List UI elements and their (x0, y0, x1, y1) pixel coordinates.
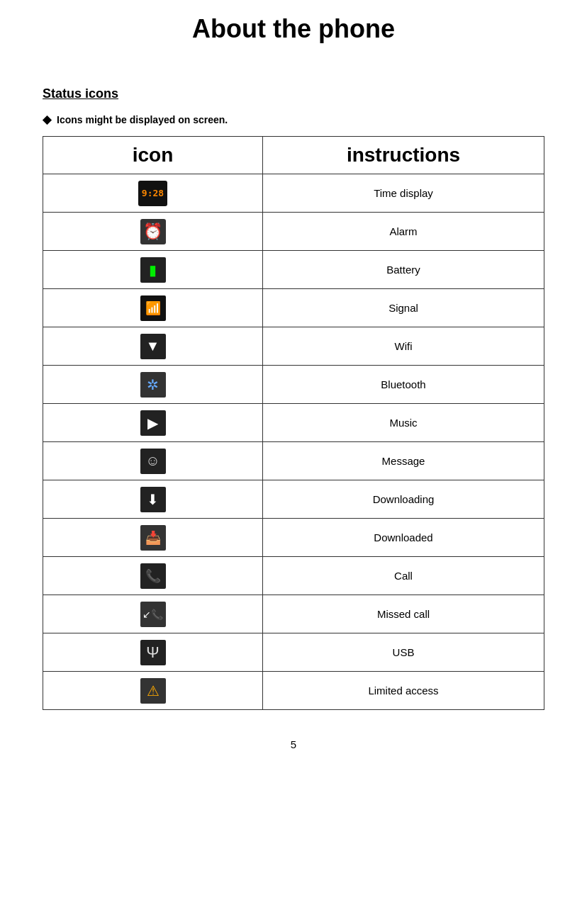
usb-icon: Ψ (43, 633, 263, 672)
table-row: ↙📞Missed call (43, 595, 544, 633)
instruction-cell: Wifi (263, 327, 544, 366)
col-icon-header: icon (43, 137, 263, 174)
table-row: 📶Signal (43, 289, 544, 327)
instruction-cell: Downloaded (263, 519, 544, 557)
col-instructions-header: instructions (263, 137, 544, 174)
downloaded-icon: 📥 (43, 519, 263, 557)
bluetooth-icon: ✲ (43, 366, 263, 404)
instruction-cell: Missed call (263, 595, 544, 633)
instruction-cell: Signal (263, 289, 544, 327)
table-row: 📥Downloaded (43, 519, 544, 557)
instruction-cell: USB (263, 633, 544, 672)
table-row: ⬇Downloading (43, 480, 544, 519)
table-row: ⏰Alarm (43, 213, 544, 251)
downloading-icon: ⬇ (43, 480, 263, 519)
wifi-icon: ▼ (43, 327, 263, 366)
table-row: ΨUSB (43, 633, 544, 672)
table-row: ⚠Limited access (43, 672, 544, 710)
battery-icon: ▮ (43, 251, 263, 289)
instruction-cell: Message (263, 442, 544, 480)
section-title: Status icons (43, 86, 544, 101)
table-row: ▶Music (43, 404, 544, 442)
instruction-cell: Alarm (263, 213, 544, 251)
page-number: 5 (43, 738, 544, 750)
time-icon: 9:28 (43, 174, 263, 213)
instruction-cell: Music (263, 404, 544, 442)
instruction-cell: Call (263, 557, 544, 595)
missedcall-icon: ↙📞 (43, 595, 263, 633)
diamond-icon: ◆ (43, 113, 51, 126)
instruction-cell: Bluetooth (263, 366, 544, 404)
table-row: 📞Call (43, 557, 544, 595)
table-row: ☺Message (43, 442, 544, 480)
table-row: 9:28Time display (43, 174, 544, 213)
instruction-cell: Battery (263, 251, 544, 289)
instruction-cell: Limited access (263, 672, 544, 710)
page-title: About the phone (43, 14, 544, 44)
call-icon: 📞 (43, 557, 263, 595)
table-row: ▮Battery (43, 251, 544, 289)
alarm-icon: ⏰ (43, 213, 263, 251)
table-row: ▼Wifi (43, 327, 544, 366)
limitedaccess-icon: ⚠ (43, 672, 263, 710)
message-icon: ☺ (43, 442, 263, 480)
instruction-cell: Downloading (263, 480, 544, 519)
signal-icon: 📶 (43, 289, 263, 327)
status-icons-table: icon instructions 9:28Time display⏰Alarm… (43, 136, 544, 710)
note-text: ◆ Icons might be displayed on screen. (43, 113, 544, 126)
table-row: ✲Bluetooth (43, 366, 544, 404)
instruction-cell: Time display (263, 174, 544, 213)
music-icon: ▶ (43, 404, 263, 442)
